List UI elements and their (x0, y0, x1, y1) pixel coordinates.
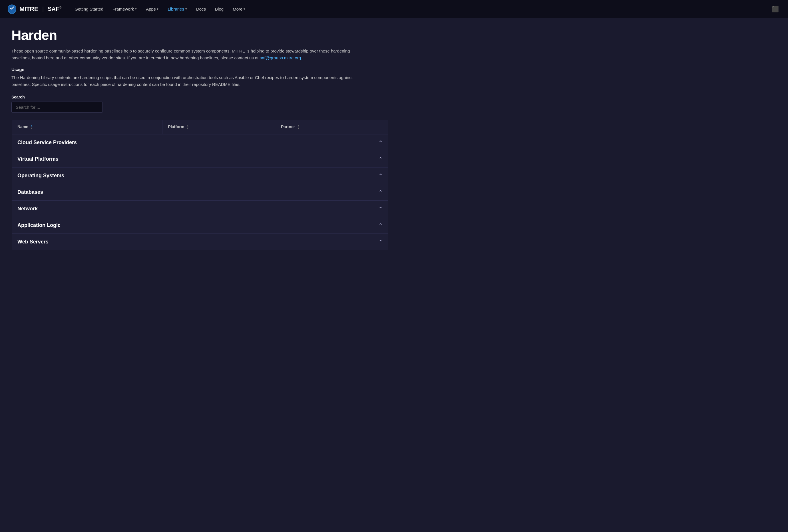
logo-divider: | (42, 6, 44, 12)
main-content: Harden These open source community-based… (0, 18, 400, 260)
chevron-up-icon-webservers: ⌃ (379, 239, 382, 245)
category-label-applogic: Application Logic (17, 222, 61, 228)
chevron-up-icon-os: ⌃ (379, 173, 382, 178)
chevron-up-icon-virtual: ⌃ (379, 157, 382, 162)
col-header-name[interactable]: Name ▲ ▼ (12, 120, 162, 135)
usage-text: The Hardening Library contents are harde… (12, 74, 354, 88)
sort-up-icon: ▲ (31, 125, 33, 127)
category-row-databases[interactable]: Databases ⌃ (12, 184, 388, 200)
chevron-up-icon-databases: ⌃ (379, 189, 382, 195)
page-description: These open source community-based harden… (12, 48, 354, 61)
sort-down-icon: ▼ (31, 127, 33, 129)
category-row-applogic[interactable]: Application Logic ⌃ (12, 217, 388, 233)
page-title: Harden (12, 27, 388, 43)
category-row-os[interactable]: Operating Systems ⌃ (12, 167, 388, 184)
nav-link-getting-started[interactable]: Getting Started (71, 4, 107, 14)
search-container: Search (12, 95, 388, 113)
category-label-os: Operating Systems (17, 173, 64, 179)
category-label-virtual: Virtual Platforms (17, 156, 59, 162)
sort-down-icon: ▼ (186, 127, 189, 129)
saf-text: SAF© (48, 6, 61, 12)
category-label-webservers: Web Servers (17, 239, 48, 245)
nav-link-blog[interactable]: Blog (211, 4, 228, 14)
contact-email-link[interactable]: saf@groups.mitre.org (260, 55, 301, 60)
nav-link-more[interactable]: More ▾ (229, 4, 249, 14)
platform-sort-icons: ▲ ▼ (186, 125, 189, 129)
mitre-text: MITRE (19, 5, 38, 13)
nav-link-framework[interactable]: Framework ▾ (109, 4, 141, 14)
sort-up-icon: ▲ (186, 125, 189, 127)
category-label-cloud: Cloud Service Providers (17, 140, 77, 146)
category-row-webservers[interactable]: Web Servers ⌃ (12, 233, 388, 250)
monitor-icon[interactable]: ⬛ (769, 3, 781, 15)
chevron-up-icon-network: ⌃ (379, 206, 382, 211)
name-sort-icons: ▲ ▼ (31, 125, 33, 129)
nav-link-docs[interactable]: Docs (192, 4, 210, 14)
search-label: Search (12, 95, 388, 99)
nav-right: ⬛ (769, 3, 781, 15)
category-row-network[interactable]: Network ⌃ (12, 200, 388, 217)
usage-heading: Usage (12, 67, 388, 72)
category-row-virtual[interactable]: Virtual Platforms ⌃ (12, 151, 388, 167)
partner-sort-icons: ▲ ▼ (297, 125, 299, 129)
col-header-platform[interactable]: Platform ▲ ▼ (162, 120, 275, 135)
sort-up-icon: ▲ (297, 125, 299, 127)
table-header-row: Name ▲ ▼ Platform ▲ ▼ Partner (12, 120, 388, 135)
table-body: Cloud Service Providers ⌃ Virtual Platfo… (12, 134, 388, 250)
search-input[interactable] (12, 102, 103, 113)
sort-down-icon: ▼ (297, 127, 299, 129)
chevron-up-icon-applogic: ⌃ (379, 223, 382, 228)
nav-link-apps[interactable]: Apps ▾ (142, 4, 162, 14)
category-label-network: Network (17, 206, 38, 212)
nav-links: Getting Started Framework ▾ Apps ▾ Libra… (71, 4, 769, 14)
chevron-up-icon-cloud: ⌃ (379, 140, 382, 145)
navbar: MITRE | SAF© Getting Started Framework ▾… (0, 0, 788, 18)
category-row-cloud[interactable]: Cloud Service Providers ⌃ (12, 134, 388, 151)
col-header-partner[interactable]: Partner ▲ ▼ (275, 120, 388, 135)
nav-link-libraries[interactable]: Libraries ▾ (163, 4, 191, 14)
mitre-shield-icon (7, 4, 17, 14)
category-label-databases: Databases (17, 189, 43, 195)
harden-table: Name ▲ ▼ Platform ▲ ▼ Partner (12, 120, 388, 250)
nav-logo[interactable]: MITRE | SAF© (7, 4, 61, 14)
